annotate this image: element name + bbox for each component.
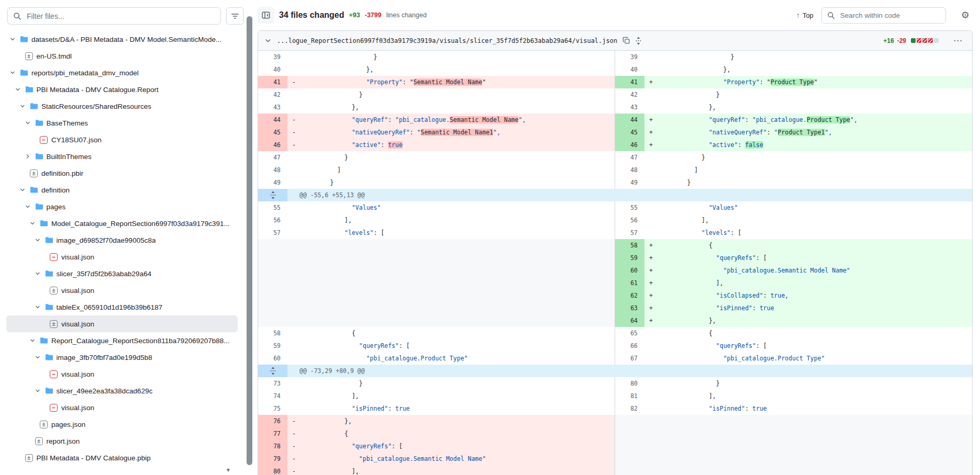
filter-options-button[interactable] [226, 7, 244, 25]
back-to-top-button[interactable]: ↑ Top [796, 11, 814, 19]
chevron-down-icon[interactable] [9, 36, 16, 42]
tree-folder-row[interactable]: slicer_35f7d5f2b63abab29a64 [6, 265, 238, 282]
line-number[interactable]: 47 [615, 151, 644, 164]
chevron-down-icon[interactable] [29, 337, 36, 344]
line-number[interactable]: 45 [258, 126, 287, 139]
hunk-drag-handle[interactable] [258, 365, 287, 377]
line-number[interactable]: 82 [615, 402, 644, 415]
line-number[interactable]: 46 [258, 139, 287, 151]
chevron-down-icon[interactable] [35, 237, 41, 243]
collapse-file-chevron-icon[interactable] [264, 37, 272, 44]
tree-folder-row[interactable]: datasets/D&A - PBI Metadata - DMV Model.… [6, 31, 238, 48]
line-number[interactable]: 73 [258, 377, 287, 390]
tree-folder-row[interactable]: pages [6, 198, 238, 215]
line-number[interactable]: 56 [615, 214, 644, 227]
tree-folder-row[interactable]: StaticResources/SharedResources [6, 98, 238, 115]
line-number[interactable]: 59 [615, 252, 644, 264]
line-number[interactable]: 57 [258, 227, 287, 239]
tree-file-row[interactable]: ±visual.json [6, 315, 238, 332]
chevron-down-icon[interactable] [29, 220, 36, 227]
tree-file-row[interactable]: ±definition.pbir [6, 165, 238, 182]
line-number[interactable]: 63 [615, 302, 644, 314]
tree-file-row[interactable]: ±PBI Metadata - DMV Catalogue.pbip [6, 449, 238, 466]
line-number[interactable]: 66 [615, 340, 644, 352]
line-number[interactable]: 47 [258, 151, 287, 164]
line-number[interactable]: 62 [615, 289, 644, 302]
line-number[interactable]: 41 [615, 76, 644, 88]
line-number[interactable]: 42 [615, 88, 644, 101]
line-number[interactable]: 44 [258, 114, 287, 126]
line-number[interactable]: 48 [258, 164, 287, 176]
line-number[interactable]: 56 [258, 214, 287, 227]
line-number[interactable]: 44 [615, 114, 644, 126]
tree-folder-row[interactable]: Model_Catalogue_ReportSection6997f03d3a9… [6, 215, 238, 232]
line-number[interactable]: 59 [258, 340, 287, 352]
line-number[interactable]: 55 [615, 201, 644, 214]
tree-file-row[interactable]: −visual.json [6, 399, 238, 416]
tree-folder-row[interactable]: tableEx_065910d1d196b39b6187 [6, 299, 238, 315]
tree-folder-row[interactable]: reports/pbi_metadata_dmv_model [6, 64, 238, 81]
line-number[interactable]: 49 [258, 176, 287, 189]
chevron-down-icon[interactable] [25, 203, 31, 210]
tree-folder-row[interactable]: Report_Catalogue_ReportSection811ba79206… [6, 332, 238, 349]
line-number[interactable]: 40 [615, 63, 644, 76]
code-search-input[interactable] [839, 11, 940, 20]
tree-folder-row[interactable]: BuiltInThemes [6, 148, 238, 165]
tree-folder-row[interactable]: BaseThemes [6, 115, 238, 131]
line-number[interactable]: 76 [258, 415, 287, 427]
code-search-box[interactable] [821, 7, 946, 24]
drag-file-handle[interactable] [636, 37, 641, 45]
line-number[interactable]: 40 [258, 63, 287, 76]
line-number[interactable]: 79 [258, 453, 287, 465]
line-number[interactable]: 60 [258, 352, 287, 365]
chevron-down-icon[interactable] [15, 86, 21, 93]
line-number[interactable]: 74 [258, 390, 287, 402]
line-number[interactable]: 55 [258, 201, 287, 214]
chevron-right-icon[interactable] [25, 153, 31, 160]
tree-folder-row[interactable]: image_3fb70fbf7ad0e199d5b8 [6, 349, 238, 366]
tree-file-row[interactable]: −CY18SU07.json [6, 131, 238, 148]
chevron-down-icon[interactable] [35, 354, 41, 360]
file-options-kebab-icon[interactable]: ⋯ [950, 35, 966, 47]
line-number[interactable]: 45 [615, 126, 644, 139]
line-number[interactable]: 77 [258, 427, 287, 440]
line-number[interactable]: 39 [615, 51, 644, 63]
settings-gear-icon[interactable]: ⚙ [958, 10, 973, 20]
toggle-file-tree-button[interactable] [258, 7, 274, 24]
copy-path-button[interactable] [622, 37, 630, 44]
chevron-down-icon[interactable] [19, 187, 26, 193]
scroll-down-arrow-icon[interactable]: ▼ [226, 467, 231, 473]
tree-folder-row[interactable]: PBI Metadata - DMV Catalogue.Report [6, 81, 238, 98]
line-number[interactable]: 65 [615, 327, 644, 340]
tree-file-row[interactable]: −visual.json [6, 366, 238, 382]
chevron-down-icon[interactable] [35, 270, 41, 277]
chevron-down-icon[interactable] [9, 70, 16, 76]
line-number[interactable]: 46 [615, 139, 644, 151]
file-filter-box[interactable] [7, 7, 221, 25]
line-number[interactable]: 42 [258, 88, 287, 101]
line-number[interactable]: 61 [615, 277, 644, 289]
chevron-down-icon[interactable] [35, 304, 41, 310]
line-number[interactable]: 80 [615, 377, 644, 390]
sidebar-scrollbar-thumb[interactable] [247, 16, 252, 465]
tree-file-row[interactable]: ±report.json [6, 433, 238, 449]
line-number[interactable]: 48 [615, 164, 644, 176]
tree-file-row[interactable]: ±visual.json [6, 282, 238, 299]
tree-file-row[interactable]: ±pages.json [6, 416, 238, 433]
line-number[interactable]: 80 [258, 465, 287, 475]
line-number[interactable]: 81 [615, 390, 644, 402]
chevron-down-icon[interactable] [25, 120, 31, 126]
line-number[interactable]: 39 [258, 51, 287, 63]
tree-folder-row[interactable]: definition [6, 182, 238, 198]
tree-file-row[interactable]: ±en-US.tmdl [6, 48, 238, 64]
tree-file-row[interactable]: −visual.json [6, 248, 238, 265]
line-number[interactable]: 43 [615, 101, 644, 114]
line-number[interactable]: 78 [258, 440, 287, 453]
tree-folder-row[interactable]: slicer_49ee2ea3fa38dcad629c [6, 382, 238, 399]
line-number[interactable]: 67 [615, 352, 644, 365]
file-filter-input[interactable] [26, 12, 215, 21]
tree-folder-row[interactable]: image_d69852f70dae99005c8a [6, 232, 238, 248]
line-number[interactable]: 57 [615, 227, 644, 239]
line-number[interactable]: 60 [615, 264, 644, 277]
hunk-drag-handle[interactable] [258, 189, 287, 201]
